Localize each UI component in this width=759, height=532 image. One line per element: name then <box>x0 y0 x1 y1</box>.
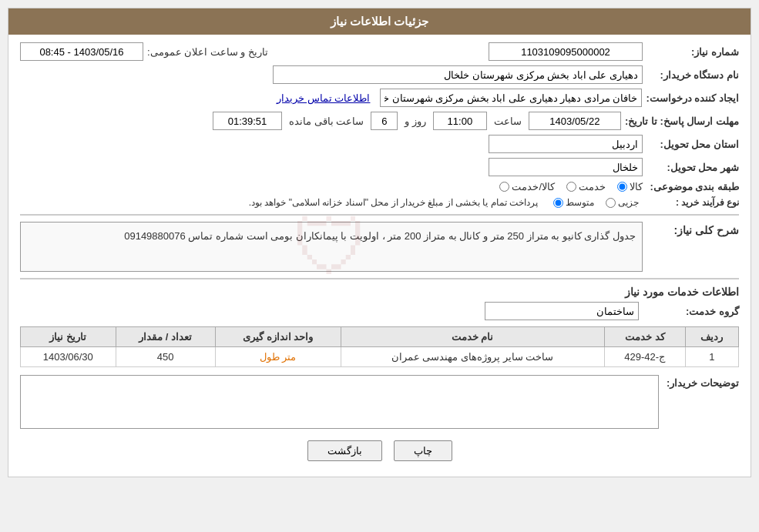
cell-quantity: 450 <box>116 347 215 367</box>
category-goods[interactable]: کالا <box>617 181 643 192</box>
divider-2 <box>20 278 739 279</box>
process-radio-group: جزیی متوسط <box>553 197 639 208</box>
process-partial[interactable]: جزیی <box>606 197 639 208</box>
col-unit: واحد اندازه گیری <box>215 327 341 347</box>
process-medium[interactable]: متوسط <box>553 197 594 208</box>
category-radio-group: کالا خدمت کالا/خدمت <box>499 181 643 192</box>
category-goods-service-radio[interactable] <box>499 182 509 192</box>
service-group-row: گروه خدمت: <box>20 302 739 320</box>
process-label: نوع فرآیند خرید : <box>646 197 739 208</box>
category-goods-label: کالا <box>630 181 643 192</box>
province-row: استان محل تحویل: <box>20 135 739 153</box>
deadline-row: مهلت ارسال پاسخ: تا تاریخ: ساعت روز و سا… <box>20 112 739 130</box>
category-goods-radio[interactable] <box>617 182 627 192</box>
process-row: نوع فرآیند خرید : جزیی متوسط پرداخت تمام… <box>20 197 739 208</box>
creator-input[interactable] <box>380 89 642 107</box>
services-table: ردیف کد خدمت نام خدمت واحد اندازه گیری ت… <box>20 326 739 367</box>
deadline-label: مهلت ارسال پاسخ: تا تاریخ: <box>625 115 739 127</box>
cell-service-code: ج-42-429 <box>604 347 685 367</box>
buyer-notes-label: توضیحات خریدار: <box>667 375 739 389</box>
province-label: استان محل تحویل: <box>646 139 739 150</box>
main-container: جزئیات اطلاعات نیاز شماره نیاز: تاریخ و … <box>8 8 751 477</box>
cell-unit: متر طول <box>215 347 341 367</box>
buyer-org-label: نام دستگاه خریدار: <box>646 69 739 81</box>
process-medium-label: متوسط <box>566 197 594 208</box>
service-group-label: گروه خدمت: <box>646 306 739 317</box>
cell-row-num: 1 <box>685 347 738 367</box>
category-goods-service[interactable]: کالا/خدمت <box>499 181 555 192</box>
process-partial-label: جزیی <box>618 197 639 208</box>
button-row: بازگشت چاپ <box>20 440 739 461</box>
buyer-org-input[interactable] <box>273 65 643 84</box>
deadline-countdown-label: ساعت باقی مانده <box>289 115 364 127</box>
col-service-name: نام خدمت <box>341 327 604 347</box>
province-input[interactable] <box>489 135 643 153</box>
buyer-notes-row: توضیحات خریدار: <box>20 375 739 429</box>
back-button[interactable]: بازگشت <box>307 440 382 461</box>
need-number-input[interactable] <box>489 42 643 61</box>
need-desc-label: شرح کلی نیاز: <box>646 222 739 236</box>
buyer-notes-textarea[interactable] <box>20 375 659 429</box>
process-note: پرداخت تمام یا بخشی از مبلغ خریدار از مح… <box>249 197 538 208</box>
city-label: شهر محل تحویل: <box>646 162 739 173</box>
col-service-code: کد خدمت <box>604 327 685 347</box>
need-number-row: شماره نیاز: تاریخ و ساعت اعلان عمومی: <box>20 42 739 61</box>
need-number-label: شماره نیاز: <box>646 46 739 58</box>
page-title: جزئیات اطلاعات نیاز <box>331 15 428 28</box>
deadline-days-label: روز و <box>405 115 426 127</box>
deadline-time-label: ساعت <box>494 115 522 127</box>
city-row: شهر محل تحویل: <box>20 158 739 176</box>
city-input[interactable] <box>489 158 643 176</box>
deadline-date-input[interactable] <box>529 112 621 130</box>
deadline-days-input[interactable] <box>371 112 398 130</box>
contact-link[interactable]: اطلاعات تماس خریدار <box>277 92 370 104</box>
category-label: طبقه بندی موضوعی: <box>646 181 739 192</box>
col-deadline: تاریخ نیاز <box>21 327 116 347</box>
deadline-countdown-input[interactable] <box>213 112 282 130</box>
table-row: 1 ج-42-429 ساخت سایر پروژه‌های مهندسی عم… <box>21 347 739 367</box>
buyer-org-row: نام دستگاه خریدار: <box>20 65 739 84</box>
page-wrapper: جزئیات اطلاعات نیاز شماره نیاز: تاریخ و … <box>0 0 759 485</box>
col-row-num: ردیف <box>685 327 738 347</box>
category-row: طبقه بندی موضوعی: کالا خدمت کالا/خدمت <box>20 181 739 192</box>
services-title: اطلاعات خدمات مورد نیاز <box>20 286 739 298</box>
category-service-label: خدمت <box>579 181 606 192</box>
category-goods-service-label: کالا/خدمت <box>512 181 555 192</box>
need-desc-box: 🛡 جدول گذاری کانیو به متراز 250 متر و کا… <box>20 222 643 272</box>
service-group-input[interactable] <box>485 302 639 320</box>
need-desc-row: شرح کلی نیاز: 🛡 جدول گذاری کانیو به مترا… <box>20 222 739 272</box>
print-button[interactable]: چاپ <box>394 440 452 461</box>
content-area: شماره نیاز: تاریخ و ساعت اعلان عمومی: نا… <box>8 35 751 477</box>
cell-service-name: ساخت سایر پروژه‌های مهندسی عمران <box>341 347 604 367</box>
category-service[interactable]: خدمت <box>566 181 606 192</box>
announcement-date-input[interactable] <box>20 42 143 61</box>
need-desc-value: جدول گذاری کانیو به متراز 250 متر و کانا… <box>124 230 636 242</box>
services-table-container: ردیف کد خدمت نام خدمت واحد اندازه گیری ت… <box>20 326 739 367</box>
divider-1 <box>20 214 739 216</box>
cell-deadline: 1403/06/30 <box>21 347 116 367</box>
creator-label: ایجاد کننده درخواست: <box>646 92 739 104</box>
process-partial-radio[interactable] <box>606 198 616 208</box>
deadline-time-input[interactable] <box>433 112 487 130</box>
announcement-date-label: تاریخ و ساعت اعلان عمومی: <box>147 46 268 58</box>
page-header: جزئیات اطلاعات نیاز <box>8 8 751 35</box>
creator-row: ایجاد کننده درخواست: اطلاعات تماس خریدار <box>20 89 739 107</box>
process-medium-radio[interactable] <box>553 198 563 208</box>
col-quantity: تعداد / مقدار <box>116 327 215 347</box>
category-service-radio[interactable] <box>566 182 576 192</box>
